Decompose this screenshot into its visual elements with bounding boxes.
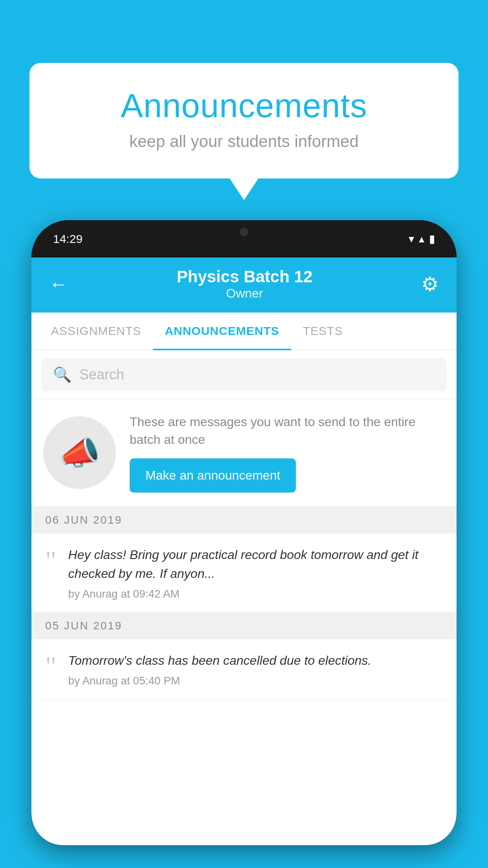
back-button[interactable]: ← xyxy=(49,275,68,294)
announcement-meta-2: by Anurag at 05:40 PM xyxy=(68,675,443,687)
announcement-item-1[interactable]: " Hey class! Bring your practical record… xyxy=(31,533,457,612)
make-announcement-button[interactable]: Make an announcement xyxy=(130,458,296,493)
announcement-content-1: Hey class! Bring your practical record b… xyxy=(68,545,443,600)
wifi-icon: ▾ xyxy=(409,232,414,245)
announcement-meta-1: by Anurag at 09:42 AM xyxy=(68,588,443,600)
phone-content: ← Physics Batch 12 Owner ⚙ ASSIGNMENTS A… xyxy=(31,257,457,845)
phone-notch xyxy=(213,220,275,244)
battery-icon: ▮ xyxy=(429,232,435,245)
phone-frame: 14:29 ▾ ▴ ▮ ← Physics Batch 12 Owner ⚙ xyxy=(31,220,457,845)
search-container: 🔍 Search xyxy=(31,350,457,399)
bubble-subtitle: keep all your students informed xyxy=(57,132,431,151)
announcement-right: These are messages you want to send to t… xyxy=(130,413,445,493)
status-icons: ▾ ▴ ▮ xyxy=(409,232,435,245)
speech-bubble-area: Announcements keep all your students inf… xyxy=(29,63,459,178)
tab-tests[interactable]: TESTS xyxy=(291,313,355,349)
search-box[interactable]: 🔍 Search xyxy=(41,358,447,391)
announcement-text-2: Tomorrow's class has been cancelled due … xyxy=(68,651,443,670)
date-divider-2: 05 JUN 2019 xyxy=(31,612,457,639)
header-title-group: Physics Batch 12 Owner xyxy=(177,267,313,301)
search-input[interactable]: Search xyxy=(79,366,124,383)
announcement-item-2[interactable]: " Tomorrow's class has been cancelled du… xyxy=(31,639,457,699)
settings-icon[interactable]: ⚙ xyxy=(421,273,439,296)
speech-bubble: Announcements keep all your students inf… xyxy=(29,63,459,178)
announcement-description: These are messages you want to send to t… xyxy=(130,413,445,449)
status-bar: 14:29 ▾ ▴ ▮ xyxy=(31,220,457,257)
announcement-content-2: Tomorrow's class has been cancelled due … xyxy=(68,651,443,687)
tab-assignments[interactable]: ASSIGNMENTS xyxy=(39,313,153,349)
announcement-text-1: Hey class! Bring your practical record b… xyxy=(68,545,443,583)
app-header: ← Physics Batch 12 Owner ⚙ xyxy=(31,257,457,313)
camera-dot xyxy=(240,228,248,236)
tab-announcements[interactable]: ANNOUNCEMENTS xyxy=(153,313,291,349)
signal-icon: ▴ xyxy=(419,232,424,245)
search-icon: 🔍 xyxy=(53,366,72,383)
tabs-bar: ASSIGNMENTS ANNOUNCEMENTS TESTS xyxy=(31,313,457,350)
status-time: 14:29 xyxy=(53,232,83,246)
user-role: Owner xyxy=(177,286,313,301)
batch-name: Physics Batch 12 xyxy=(177,267,313,286)
quote-icon-2: " xyxy=(45,653,57,680)
megaphone-icon: 📣 xyxy=(59,433,101,473)
quote-icon-1: " xyxy=(45,547,57,575)
announcement-prompt: 📣 These are messages you want to send to… xyxy=(31,399,457,507)
date-divider-1: 06 JUN 2019 xyxy=(31,507,457,533)
bubble-title: Announcements xyxy=(57,86,431,125)
phone-container: 14:29 ▾ ▴ ▮ ← Physics Batch 12 Owner ⚙ xyxy=(31,220,457,868)
megaphone-circle: 📣 xyxy=(43,416,116,489)
